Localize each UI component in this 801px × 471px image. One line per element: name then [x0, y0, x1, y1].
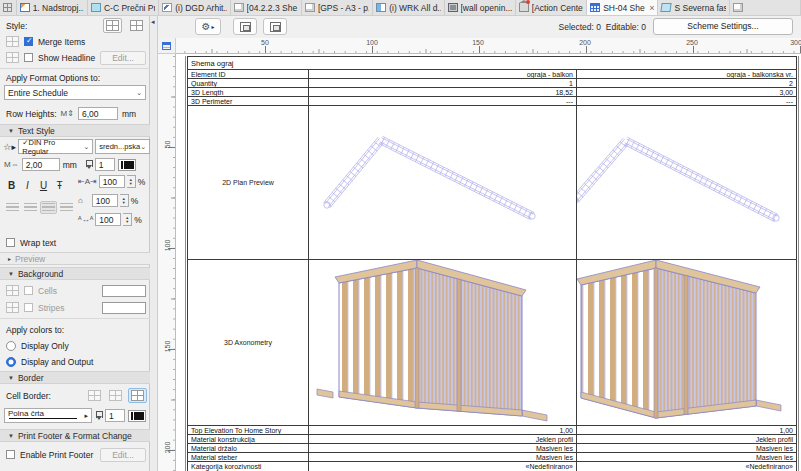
- stripes-color-swatch[interactable]: [102, 302, 146, 314]
- background-section-header[interactable]: ▼ Background: [0, 267, 150, 280]
- view-table-button[interactable]: [103, 18, 122, 33]
- tab-schedule-sh04-active[interactable]: SH-04 Shema...×: [587, 0, 658, 15]
- align-left-icon: [6, 203, 19, 212]
- tracking-icon: ⇤A⇥: [78, 177, 97, 186]
- wrap-text-checkbox[interactable]: [6, 238, 15, 247]
- preview-section-header[interactable]: ▸ Preview: [0, 252, 150, 265]
- style-label: Style:: [6, 21, 27, 31]
- row-heights-label: Row Heights:: [6, 109, 57, 119]
- apply-format-select[interactable]: Entire Schedule⌄: [4, 85, 146, 100]
- vertical-ruler[interactable]: 50 100 150 200: [158, 54, 176, 471]
- horizontal-ruler[interactable]: 50 100 150 200 250 300: [176, 38, 801, 54]
- ruler-label: 200: [164, 441, 171, 455]
- leading-input[interactable]: 100: [92, 194, 118, 207]
- align-right-button[interactable]: [40, 201, 57, 214]
- stripes-checkbox[interactable]: [24, 303, 33, 312]
- archicad-window: 1. Nadstropj... C-C Prečni Pr... (i) DGD…: [0, 0, 801, 471]
- tab-layout-gps[interactable]: [GPS - A3 - p...: [302, 0, 373, 15]
- align-center-button[interactable]: [22, 201, 39, 214]
- display-and-output-radio[interactable]: [6, 357, 16, 367]
- schedule-page: Shema ograj Element ID ograja - balkon o…: [185, 56, 799, 471]
- tab-elevation-severna[interactable]: S Severna fas...: [658, 0, 729, 15]
- table-row: Material konstrukcija Jeklen profil Jekl…: [188, 435, 796, 444]
- italic-button[interactable]: I: [20, 178, 35, 193]
- pen-icon: [85, 160, 92, 170]
- tab-detail-wall[interactable]: [wall openin...: [445, 0, 516, 15]
- stripes-color-icon: [6, 302, 19, 313]
- border-pen-input[interactable]: 1: [105, 409, 125, 422]
- align-justify-button[interactable]: [58, 201, 75, 214]
- table-row: Element ID ograja - balkon ograja - balk…: [188, 70, 796, 79]
- worksheet-icon: [376, 3, 386, 12]
- chevron-down-icon: ⌄: [83, 143, 89, 151]
- ruler-label: 250: [686, 39, 698, 46]
- selection-status: Selected: 0 Editable: 0: [559, 22, 647, 32]
- border-vertical-button[interactable]: [106, 388, 125, 403]
- ruler-origin-button[interactable]: [158, 38, 176, 54]
- font-family-select[interactable]: ✓DIN Pro Regular⌄: [18, 139, 93, 154]
- border-color-swatch[interactable]: [128, 410, 146, 422]
- text-size-input[interactable]: 2,00: [22, 158, 60, 171]
- display-only-radio[interactable]: [6, 341, 16, 351]
- print-footer-section-header[interactable]: ▼ Print Footer & Format Change: [0, 429, 150, 442]
- schedule-table[interactable]: Shema ograj Element ID ograja - balkon o…: [187, 56, 797, 471]
- border-outline-button[interactable]: [85, 388, 104, 403]
- leading-spinner[interactable]: ▲▼: [120, 194, 129, 207]
- row-height-icon: M⇕: [61, 109, 74, 118]
- border-all-button[interactable]: [128, 388, 147, 403]
- panel-scroll-strip[interactable]: [150, 16, 158, 471]
- pair-kerning-spinner[interactable]: ▲▼: [123, 213, 132, 226]
- tab-layout-04223[interactable]: [04.2.2.3 She...: [231, 0, 302, 15]
- text-pen-input[interactable]: 1: [95, 158, 115, 171]
- merge-items-toolbar-button[interactable]: [233, 18, 257, 35]
- story-icon: [20, 3, 30, 12]
- border-all-icon: [131, 390, 144, 401]
- tab-drawing-dgd[interactable]: (i) DGD Arhit...: [159, 0, 230, 15]
- view-table-alt-button[interactable]: [127, 18, 146, 33]
- ruler-label: 100: [366, 39, 378, 46]
- elevation-icon: [661, 3, 672, 12]
- strikethrough-button[interactable]: Ŧ: [52, 178, 67, 193]
- tab-action-center[interactable]: [Action Center]: [516, 0, 587, 15]
- tracking-spinner[interactable]: ▲▼: [127, 175, 136, 188]
- cells-color-swatch[interactable]: [102, 285, 146, 297]
- flyout-arrow-icon: ▸: [84, 412, 88, 420]
- font-variant-select[interactable]: sredn...pska⌄: [95, 139, 150, 154]
- line-type-select[interactable]: Polna črta ▸: [4, 408, 92, 423]
- row-heights-input[interactable]: 6,00: [78, 107, 118, 120]
- tracking-input[interactable]: 100: [99, 175, 125, 188]
- print-footer-edit-button[interactable]: Edit...: [100, 448, 146, 462]
- merge-tool-icon: [240, 22, 251, 32]
- scheme-options-button[interactable]: ⚙▸: [195, 18, 221, 35]
- tab-story[interactable]: 1. Nadstropj...: [17, 0, 88, 15]
- show-headline-checkbox[interactable]: [24, 53, 33, 62]
- close-tab-icon[interactable]: ×: [648, 3, 654, 13]
- text-color-swatch[interactable]: [118, 159, 136, 171]
- enable-print-footer-checkbox[interactable]: [6, 450, 15, 459]
- format-options-toolbar-button[interactable]: [263, 18, 287, 35]
- ruler-origin-icon: [162, 42, 171, 50]
- tab-partial[interactable]: [730, 0, 801, 15]
- bold-button[interactable]: B: [4, 178, 19, 193]
- tab-section[interactable]: C-C Prečni Pr...: [88, 0, 159, 15]
- border-outline-icon: [88, 390, 101, 401]
- tab-worksheet-wrk[interactable]: (i) WRK All d...: [373, 0, 444, 15]
- align-center-icon: [24, 203, 37, 212]
- border-section-header[interactable]: ▼ Border: [0, 371, 150, 384]
- scheme-settings-button[interactable]: Scheme Settings...: [653, 18, 793, 35]
- drawing-icon: [162, 3, 172, 12]
- table-row: Kategorija korozivnosti «Nedefinirano» «…: [188, 462, 796, 471]
- panel-collapse-arrow-icon[interactable]: ◂: [151, 18, 155, 26]
- pair-kerning-input[interactable]: 100: [95, 213, 121, 226]
- underline-button[interactable]: U: [36, 178, 51, 193]
- merge-items-checkbox[interactable]: [24, 37, 33, 46]
- pen-icon: [95, 411, 102, 421]
- display-only-label: Display Only: [21, 341, 69, 351]
- align-left-button[interactable]: [4, 201, 21, 214]
- headline-edit-button[interactable]: Edit...: [100, 51, 146, 65]
- favorite-star-icon[interactable]: ☆▸: [3, 139, 16, 154]
- cells-checkbox[interactable]: [24, 286, 33, 295]
- dropdown-arrow-icon: ▸: [211, 23, 214, 30]
- tab-overview-button[interactable]: [0, 0, 17, 15]
- text-style-section-header[interactable]: ▼ Text Style: [0, 124, 150, 137]
